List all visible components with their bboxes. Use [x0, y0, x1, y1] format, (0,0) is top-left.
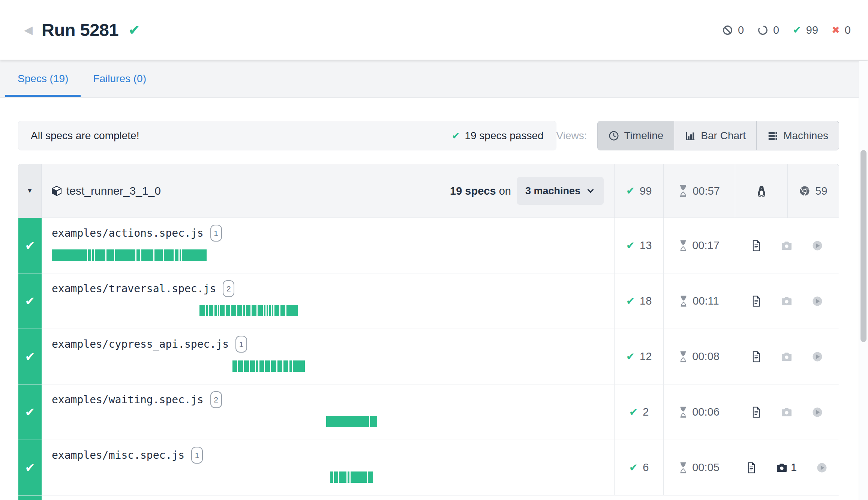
screenshots-button[interactable]	[781, 240, 792, 251]
view-button-bar-chart[interactable]: Bar Chart	[674, 121, 756, 150]
screenshots-button[interactable]: 1	[776, 461, 797, 474]
spec-timeline-bar	[326, 416, 377, 427]
skipped-stat: 0	[722, 24, 744, 36]
spec-timeline-bar	[232, 360, 305, 372]
spec-main-cell: examples/cypress_api.spec.js 1	[42, 329, 614, 384]
media-cell: 1	[735, 440, 839, 495]
spec-title: examples/traversal.spec.js 2	[52, 280, 234, 297]
video-button[interactable]	[816, 462, 828, 473]
spec-passed-cell: ✔ 18	[614, 273, 663, 329]
failed-count: 0	[845, 24, 851, 36]
camera-icon	[781, 407, 792, 417]
play-icon	[816, 462, 828, 473]
spec-duration-cell: 00:17	[663, 218, 735, 273]
chrome-icon	[799, 185, 810, 197]
chevron-down-icon	[586, 186, 595, 196]
skipped-count: 0	[738, 24, 744, 36]
video-button[interactable]	[812, 240, 823, 251]
output-log-button[interactable]	[746, 462, 757, 474]
spec-timeline-bar	[52, 249, 207, 261]
header-stats: 0 0 ✔ 99 ✖ 0	[722, 0, 851, 60]
spec-row[interactable]: ✔ examples/misc.spec.js 1 ✔ 6 00:05	[18, 440, 839, 495]
spec-duration: 00:17	[692, 239, 720, 252]
spec-row[interactable]: ✔ examples/cypress_api.spec.js 1 ✔ 12 00…	[18, 329, 839, 384]
spec-table: ▼ test_runner_3_1_0 19 specs on 3 machin…	[18, 164, 839, 500]
browser-version: 59	[815, 185, 827, 197]
passed-icon: ✔	[793, 25, 801, 35]
video-button[interactable]	[812, 351, 823, 362]
collapse-button[interactable]: ▼	[18, 164, 42, 218]
page-title: Run 5281	[42, 20, 118, 40]
spec-main-cell: examples/actions.spec.js 1	[42, 218, 614, 273]
camera-icon	[781, 240, 792, 251]
specs-passed-label: 19 specs passed	[465, 130, 543, 142]
view-button-label: Timeline	[624, 130, 664, 142]
spec-timeline-bar	[199, 305, 298, 316]
spec-status-strip: ✔	[18, 329, 42, 384]
spec-row[interactable]: ✔ examples/actions.spec.js 1 ✔ 13 00:17	[18, 218, 839, 273]
spec-main-cell: examples/waiting.spec.js 2	[42, 384, 614, 440]
screenshot-count: 1	[791, 461, 797, 474]
tab-bar: Specs (19) Failures (0)	[0, 60, 868, 98]
machine-group-header: ▼ test_runner_3_1_0 19 specs on 3 machin…	[18, 164, 839, 218]
back-button[interactable]: ◀	[24, 24, 33, 36]
video-button[interactable]	[812, 296, 823, 307]
screenshots-button[interactable]	[781, 407, 792, 417]
check-icon: ✔	[626, 296, 635, 306]
group-name: test_runner_3_1_0	[66, 185, 161, 197]
media-cell	[735, 218, 839, 273]
hourglass-icon	[679, 296, 688, 307]
spec-passed-count: 6	[643, 461, 649, 474]
scrollbar-thumb[interactable]	[861, 150, 867, 342]
check-icon: ✔	[25, 351, 35, 363]
camera-icon	[781, 296, 792, 306]
output-log-button[interactable]	[751, 406, 762, 418]
spec-passed-count: 2	[643, 406, 649, 418]
output-log-icon	[746, 462, 757, 474]
hourglass-icon	[679, 240, 687, 251]
group-specs-count: 19 specs on	[450, 185, 511, 197]
spec-row[interactable]: ✔ examples/waiting.spec.js 2 ✔ 2 00:06	[18, 384, 839, 440]
spec-status-strip: ✔	[18, 384, 42, 440]
failed-stat: ✖ 0	[832, 24, 851, 36]
machines-dropdown[interactable]: 3 machines	[517, 177, 604, 205]
tab-failures-label: Failures (0)	[93, 73, 146, 85]
check-icon: ✔	[626, 351, 635, 362]
view-button-machines[interactable]: Machines	[756, 121, 839, 150]
pending-icon	[757, 25, 768, 36]
group-main-cell: test_runner_3_1_0 19 specs on 3 machines	[42, 164, 614, 218]
spec-title: examples/actions.spec.js 1	[52, 225, 222, 242]
machines-dropdown-value: 3 machines	[525, 185, 580, 197]
play-icon	[812, 240, 823, 251]
check-icon: ✔	[25, 295, 35, 307]
view-button-timeline[interactable]: Timeline	[598, 121, 674, 150]
media-cell	[735, 329, 839, 384]
screenshots-button[interactable]	[781, 296, 792, 306]
tab-specs[interactable]: Specs (19)	[5, 60, 81, 97]
group-browser-cell: 59	[787, 164, 839, 218]
chevron-down-icon: ▼	[27, 187, 33, 195]
play-icon	[812, 407, 823, 418]
views-label: Views:	[556, 130, 587, 142]
output-log-icon	[751, 351, 762, 363]
check-icon: ✔	[25, 462, 35, 474]
spec-file-name: examples/cypress_api.spec.js	[52, 336, 229, 353]
spec-duration-cell: 00:08	[663, 329, 735, 384]
spec-file-name: examples/traversal.spec.js	[52, 281, 216, 297]
screenshots-button[interactable]	[781, 351, 792, 362]
passed-count: 99	[806, 24, 818, 36]
tab-failures[interactable]: Failures (0)	[81, 60, 159, 97]
run-passed-check-icon: ✔	[128, 23, 140, 37]
spec-passed-cell: ✔ 12	[614, 329, 663, 384]
spec-title: examples/waiting.spec.js 2	[52, 391, 222, 408]
spec-duration-cell: 00:06	[663, 384, 735, 440]
play-icon	[812, 351, 823, 362]
output-log-button[interactable]	[751, 351, 762, 363]
output-log-button[interactable]	[751, 295, 762, 307]
complete-alert: All specs are complete! ✔ 19 specs passe…	[18, 121, 556, 150]
output-log-button[interactable]	[751, 240, 762, 252]
spec-passed-count: 18	[640, 295, 652, 307]
spec-row[interactable]: ✔ examples/traversal.spec.js 2 ✔ 18 00:1…	[18, 273, 839, 329]
video-button[interactable]	[812, 407, 823, 418]
spec-duration: 00:08	[692, 350, 720, 363]
